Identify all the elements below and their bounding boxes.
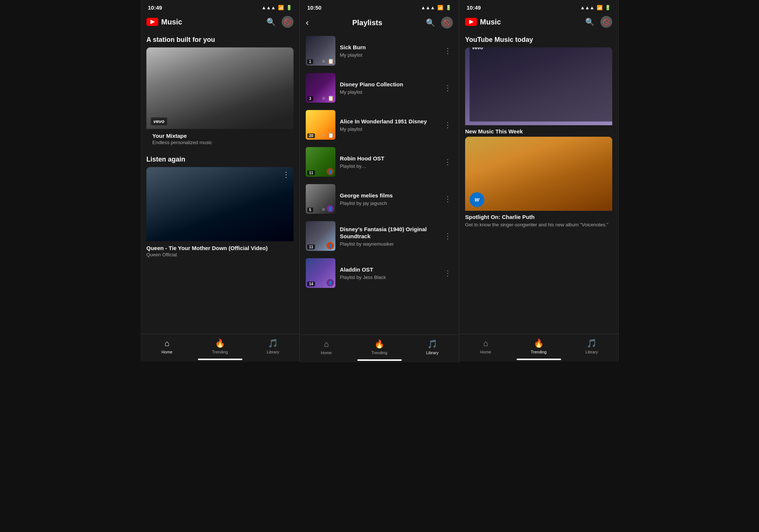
nav-library-2[interactable]: 🎵 Library [406, 339, 459, 355]
list-item[interactable]: 3 ≡ 📋 Disney Piano Collection My playlis… [300, 69, 459, 106]
bottom-nav-2: ⌂ Home 🔥 Trending 🎵 Library [300, 335, 459, 357]
avatar-3[interactable]: 🚫 [600, 16, 612, 28]
playlists-page-title: Playlists [352, 19, 382, 27]
bottom-nav-3: ⌂ Home 🔥 Trending 🎵 Library [459, 334, 618, 356]
search-button-1[interactable]: 🔍 [266, 17, 276, 26]
nav-library-1[interactable]: 🎵 Library [246, 339, 299, 354]
list-item[interactable]: 14 👤 Aladdin OST Playlist by Jess Black … [300, 255, 459, 292]
nav-home-1[interactable]: ⌂ Home [140, 339, 193, 354]
warner-badge: w [470, 192, 484, 207]
playlist-info-7: Aladdin OST Playlist by Jess Black [340, 266, 438, 280]
playlist-list: 1 ≡ 📋 Sick Burn My playlist ⋮ 3 ≡ 📋 [300, 32, 459, 292]
more-icon-1[interactable]: ⋮ [443, 45, 453, 57]
more-icon-7[interactable]: ⋮ [443, 267, 453, 279]
nav-trending-label-2: Trending [371, 350, 387, 355]
status-icons-2: ▲▲▲ 📶 🔋 [421, 5, 451, 10]
thumb-badge-2: 3 [307, 96, 313, 101]
signal-icon-1: ▲▲▲ [261, 5, 276, 10]
mixtape-subtitle: Endless personalized music [152, 140, 288, 151]
bottom-nav-1: ⌂ Home 🔥 Trending 🎵 Library [140, 334, 299, 356]
nav-trending-3[interactable]: 🔥 Trending [512, 339, 565, 354]
playlist-thumb-6: 11 👤 [306, 221, 335, 251]
more-icon-6[interactable]: ⋮ [443, 230, 453, 242]
trending-scroll[interactable]: YouTube Music today vevo New Music This … [459, 31, 618, 334]
more-icon-2[interactable]: ⋮ [443, 82, 453, 94]
playlist-thumb-1: 1 ≡ 📋 [306, 36, 335, 66]
time-2: 10:50 [307, 4, 321, 11]
playlist-name-3: Alice In Wonderland 1951 Disney [340, 118, 438, 125]
home-indicator-1 [198, 359, 242, 360]
panel-trending: 10:49 ▲▲▲ 📶 🔋 Music 🔍 🚫 YouTube Music to… [459, 0, 619, 362]
queen-subtitle: Queen Official [146, 252, 294, 263]
playlists-scroll[interactable]: 1 ≡ 📋 Sick Burn My playlist ⋮ 3 ≡ 📋 [300, 32, 459, 335]
vevo-badge-3: vevo [470, 47, 612, 122]
status-bar-2: 10:50 ▲▲▲ 📶 🔋 [300, 0, 459, 13]
list-item[interactable]: 11 👤 Disney's Fantasia (1940) Original S… [300, 217, 459, 255]
library-icon-1: 🎵 [268, 339, 278, 348]
panel-home: 10:49 ▲▲▲ 📶 🔋 Music 🔍 🚫 A station built … [140, 0, 300, 362]
nav-trending-2[interactable]: 🔥 Trending [353, 339, 406, 355]
nav-library-label-3: Library [586, 350, 598, 354]
home-scroll[interactable]: A station built for you vevo Your Mixtap… [140, 31, 299, 334]
new-music-title: New Music This Week [465, 125, 612, 135]
playlist-name-4: Robin Hood OST [340, 155, 438, 162]
playlist-sub-1: My playlist [340, 52, 438, 58]
search-button-3[interactable]: 🔍 [585, 17, 594, 26]
battery-icon-1: 🔋 [286, 5, 292, 10]
spotlight-card[interactable]: w Spotlight On: Charlie Puth Get to know… [465, 137, 612, 233]
top-bar-3: Music 🔍 🚫 [459, 13, 618, 31]
signal-icon-3: ▲▲▲ [580, 5, 594, 10]
listen-again-card[interactable]: ⋮ Queen - Tie Your Mother Down (Official… [146, 167, 294, 269]
youtube-icon-1 [146, 18, 158, 26]
more-icon-5[interactable]: ⋮ [443, 193, 453, 205]
battery-icon-2: 🔋 [445, 5, 451, 10]
time-3: 10:49 [467, 4, 481, 11]
playlist-sub-3: My playlist [340, 126, 438, 132]
signal-icon-2: ▲▲▲ [421, 5, 435, 10]
new-music-card[interactable]: vevo New Music This Week [465, 47, 612, 135]
status-icons-3: ▲▲▲ 📶 🔋 [580, 5, 611, 10]
thumb-badge-4: 11 [307, 170, 315, 175]
nav-home-label-3: Home [480, 350, 491, 354]
playlist-name-5: George melies films [340, 192, 438, 199]
top-bar-actions-1: 🔍 🚫 [266, 16, 294, 28]
mixtape-image: vevo [146, 47, 294, 129]
nav-home-label-2: Home [321, 350, 332, 355]
nav-library-label-2: Library [426, 350, 439, 355]
more-options-icon[interactable]: ⋮ [282, 171, 290, 178]
more-icon-4[interactable]: ⋮ [443, 156, 453, 168]
home-indicator-3 [517, 359, 561, 360]
playlist-info-6: Disney's Fantasia (1940) Original Soundt… [340, 226, 438, 247]
avatar-1[interactable]: 🚫 [282, 16, 294, 28]
list-item[interactable]: 5 ≡ 👤 George melies films Playlist by ja… [300, 180, 459, 217]
home-icon-1: ⌂ [165, 339, 169, 348]
playlist-info-3: Alice In Wonderland 1951 Disney My playl… [340, 118, 438, 132]
trending-section-title: YouTube Music today [459, 31, 618, 47]
new-music-image: vevo [465, 47, 612, 125]
nav-home-label-1: Home [162, 350, 172, 354]
list-item[interactable]: 20 ≡ 📋 Alice In Wonderland 1951 Disney M… [300, 106, 459, 143]
playlists-actions: 🔍 🚫 [426, 17, 453, 29]
playlist-info-4: Robin Hood OST Playlist by… [340, 155, 438, 169]
search-button-2[interactable]: 🔍 [426, 18, 435, 27]
panel-playlists: 10:50 ▲▲▲ 📶 🔋 ‹ Playlists 🔍 🚫 1 ≡ 📋 [300, 0, 459, 362]
mixtape-card[interactable]: vevo Your Mixtape Endless personalized m… [146, 47, 294, 151]
more-icon-3[interactable]: ⋮ [443, 119, 453, 131]
list-item[interactable]: 1 ≡ 📋 Sick Burn My playlist ⋮ [300, 32, 459, 69]
wifi-icon-1: 📶 [278, 5, 284, 10]
nav-library-label-1: Library [267, 350, 279, 354]
nav-library-3[interactable]: 🎵 Library [565, 339, 618, 354]
back-button[interactable]: ‹ [306, 17, 309, 28]
list-item[interactable]: 11 👤 Robin Hood OST Playlist by… ⋮ [300, 143, 459, 180]
home-icon-3: ⌂ [483, 339, 488, 348]
playlist-name-2: Disney Piano Collection [340, 81, 438, 88]
nav-trending-1[interactable]: 🔥 Trending [193, 339, 246, 354]
nav-trending-label-3: Trending [531, 350, 547, 354]
time-1: 10:49 [148, 4, 162, 11]
status-bar-1: 10:49 ▲▲▲ 📶 🔋 [140, 0, 299, 13]
nav-home-3[interactable]: ⌂ Home [459, 339, 512, 354]
battery-icon-3: 🔋 [605, 5, 611, 10]
section-title-station: A station built for you [140, 31, 299, 47]
nav-home-2[interactable]: ⌂ Home [300, 339, 353, 355]
avatar-2[interactable]: 🚫 [441, 17, 453, 29]
